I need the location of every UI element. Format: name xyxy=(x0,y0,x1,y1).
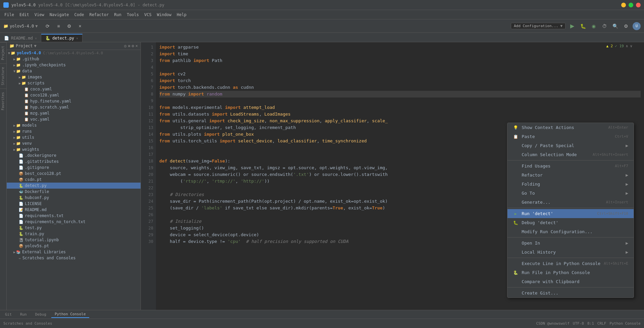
ctx-open-in[interactable]: Open In ▶ xyxy=(507,239,634,248)
tree-requirements-no-torch[interactable]: 📄 requirements_no_torch.txt xyxy=(7,219,141,225)
tree-best-coco128[interactable]: 📦 best_coco128.pt xyxy=(7,171,141,177)
tree-coco-yaml[interactable]: 📋 coco.yaml xyxy=(7,86,141,92)
tree-weights[interactable]: ▶ 📁 weights xyxy=(7,146,141,152)
toolbar-collapse-button[interactable]: ≡ xyxy=(54,22,62,30)
tree-scratches[interactable]: ✏ Scratches and Consoles xyxy=(7,255,141,261)
tree-collapse-all-icon[interactable]: ≡ xyxy=(128,44,130,48)
search-button[interactable]: 🔍 xyxy=(611,22,619,30)
ctx-refactor[interactable]: Refactor ▶ xyxy=(507,171,634,180)
menu-run[interactable]: Run xyxy=(111,11,124,18)
tree-external-libraries[interactable]: ▶ 📚 External Libraries xyxy=(7,249,141,255)
tree-test-py[interactable]: 🐍 test.py xyxy=(7,225,141,231)
tab-detect[interactable]: 🐍 detect.py × xyxy=(41,34,83,42)
run-configuration[interactable]: Add Configuration... ▼ xyxy=(511,23,566,29)
menu-file[interactable]: File xyxy=(2,11,17,18)
tree-tutorial-ipynb[interactable]: 📓 tutorial.ipynb xyxy=(7,237,141,243)
menu-code[interactable]: Code xyxy=(72,11,87,18)
ctx-show-context-actions[interactable]: 💡 Show Context Actions Alt+Enter xyxy=(507,123,634,132)
tree-dockerignore[interactable]: 📄 .dockerignore xyxy=(7,152,141,158)
tree-dockerfile[interactable]: 🐳 Dockerfile xyxy=(7,189,141,195)
ctx-local-history[interactable]: Local History ▶ xyxy=(507,248,634,257)
ctx-compare-clipboard[interactable]: Compare with Clipboard xyxy=(507,277,634,286)
tree-close-icon[interactable]: × xyxy=(136,44,138,48)
tree-hubconf[interactable]: 🐍 hubconf.py xyxy=(7,195,141,201)
toolbar-settings-button[interactable]: ⚙ xyxy=(65,22,73,30)
menu-navigate[interactable]: Navigate xyxy=(47,11,72,18)
tree-hyp-scratch[interactable]: 📋 hyp.scratch.yaml xyxy=(7,104,141,110)
tree-readme-file[interactable]: 📝 README.md xyxy=(7,207,141,213)
toolbar-close-panel-button[interactable]: × xyxy=(76,22,84,30)
tree-root[interactable]: ▼ 📁 yolov5-4.0 C:\me\yolov5-4.0\yolov5-4… xyxy=(7,50,141,56)
tree-detect-py[interactable]: 🐍 detect.py xyxy=(7,183,141,189)
tree-dropdown-icon[interactable]: ▼ xyxy=(34,44,37,48)
ctx-generate[interactable]: Generate... Alt+Insert xyxy=(507,198,634,207)
menu-refactor[interactable]: Refactor xyxy=(87,11,111,18)
tree-venv[interactable]: ▶ 📁 venv xyxy=(7,140,141,146)
tree-ipynb[interactable]: ▶ 📁 .ipynb_checkpoints xyxy=(7,62,141,68)
toolbar-sync-button[interactable]: ⟳ xyxy=(44,22,52,30)
ctx-goto[interactable]: Go To ▶ xyxy=(507,189,634,198)
menu-edit[interactable]: Edit xyxy=(17,11,32,18)
project-side-label[interactable]: Project xyxy=(0,42,6,63)
ctx-paste[interactable]: 📋 Paste Ctrl+V xyxy=(507,132,634,141)
favorites-side-label[interactable]: Favorites xyxy=(0,88,6,114)
ctx-column-selection[interactable]: Column Selection Mode Alt+Shift+Insert xyxy=(507,150,634,159)
dropdown-icon[interactable]: ▼ xyxy=(35,24,38,28)
python-console-label[interactable]: Python Console xyxy=(609,321,641,326)
menu-view[interactable]: View xyxy=(32,11,47,18)
structure-side-label[interactable]: Structure xyxy=(0,63,6,88)
settings-button[interactable]: ⚙ xyxy=(622,22,630,30)
tree-hyp-finetune[interactable]: 📋 hyp.finetune.yaml xyxy=(7,98,141,104)
run-button[interactable]: ▶ xyxy=(568,22,576,30)
tree-voc-yaml[interactable]: 📋 voc.yaml xyxy=(7,116,141,122)
tree-settings-icon[interactable]: ⚙ xyxy=(132,44,134,48)
coverage-button[interactable]: ◉ xyxy=(590,22,598,30)
tree-data[interactable]: ▼ 📁 data xyxy=(7,68,141,74)
bottom-tab-run[interactable]: Run xyxy=(17,311,30,318)
minimize-button[interactable]: − xyxy=(621,3,626,7)
ctx-run-file-python[interactable]: 🐍 Run File in Python Console xyxy=(507,268,634,277)
tree-coco128-yaml[interactable]: 📋 coco128.yaml xyxy=(7,92,141,98)
tree-github[interactable]: ▶ 📁 .github xyxy=(7,56,141,62)
tree-scripts[interactable]: ▶ 📁 scripts xyxy=(7,80,141,86)
maximize-button[interactable]: □ xyxy=(629,3,633,7)
ctx-create-gist[interactable]: Create Gist... xyxy=(507,288,634,298)
profiler-button[interactable]: ⏱ xyxy=(600,22,608,30)
menu-window[interactable]: Window xyxy=(154,11,174,18)
tree-runs[interactable]: ▶ 📁 runs xyxy=(7,128,141,134)
tree-yolov5s-pt[interactable]: 📦 yolov5s.pt xyxy=(7,243,141,249)
ctx-find-usages[interactable]: Find Usages Alt+F7 xyxy=(507,161,634,171)
menu-help[interactable]: Help xyxy=(174,11,189,18)
close-button[interactable]: × xyxy=(636,3,641,7)
run-config-dropdown[interactable]: ▼ xyxy=(560,24,562,28)
readme-tab-close[interactable]: × xyxy=(35,37,37,40)
tree-license[interactable]: 📄 LICENSE xyxy=(7,201,141,207)
ctx-run-detect[interactable]: ▶ Run 'detect' Ctrl+Shift+F10 xyxy=(507,209,634,218)
ctx-modify-run-config[interactable]: Modify Run Configuration... xyxy=(507,227,634,236)
ctx-copy-paste-special[interactable]: Copy / Paste Special ▶ xyxy=(507,141,634,150)
bottom-tab-python-console[interactable]: Python Console xyxy=(51,311,89,318)
ctx-execute-line[interactable]: Execute Line in Python Console Alt+Shift… xyxy=(507,259,634,268)
user-avatar[interactable]: U xyxy=(633,22,641,30)
tree-utils[interactable]: ▶ 📁 utils xyxy=(7,134,141,140)
debug-button[interactable]: 🐛 xyxy=(579,22,587,30)
tree-images[interactable]: ▶ 📁 images xyxy=(7,74,141,80)
ctx-debug-detect[interactable]: 🐛 Debug 'detect' xyxy=(507,218,634,227)
tree-locate-icon[interactable]: ◎ xyxy=(124,44,126,48)
bottom-tab-debug[interactable]: Debug xyxy=(32,311,50,318)
tree-train-py[interactable]: 🐍 train.py xyxy=(7,231,141,237)
ctx-folding[interactable]: Folding ▶ xyxy=(507,180,634,189)
tab-readme[interactable]: 📄 README.md × xyxy=(0,35,41,42)
bottom-tab-git[interactable]: Git xyxy=(2,311,15,318)
status-scratches[interactable]: Scratches and Consoles xyxy=(3,321,52,326)
detect-tab-close[interactable]: × xyxy=(76,37,78,40)
tree-mzg-yaml[interactable]: 📋 mzg.yaml xyxy=(7,110,141,116)
tree-gitattributes[interactable]: 📄 .gitattributes xyxy=(7,158,141,165)
tree-gitignore[interactable]: 📄 .gitignore xyxy=(7,165,141,171)
menu-tools[interactable]: Tools xyxy=(124,11,142,18)
menu-vcs[interactable]: VCS xyxy=(142,11,154,18)
tree-csdn-pt[interactable]: 📦 csdn.pt xyxy=(7,177,141,183)
ctx-execute-line-shortcut: Alt+Shift+E xyxy=(604,261,628,266)
tree-models[interactable]: ▶ 📁 models xyxy=(7,122,141,128)
tree-requirements[interactable]: 📄 requirements.txt xyxy=(7,213,141,219)
